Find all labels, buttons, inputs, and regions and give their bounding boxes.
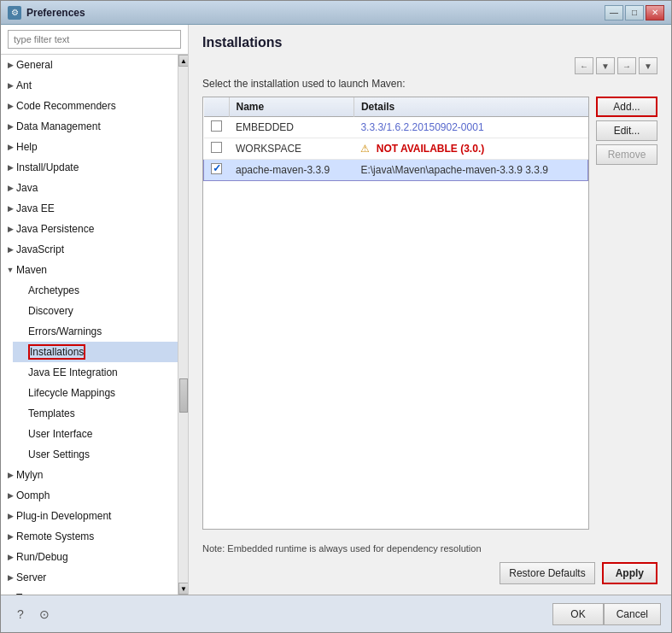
tree-item-java[interactable]: Java <box>1 178 178 198</box>
expand-arrow-server <box>4 571 16 583</box>
tree-item-data-management[interactable]: Data Management <box>1 116 178 137</box>
preferences-window: ⚙ Preferences — □ ✕ General <box>0 0 672 633</box>
table-row-apache-maven[interactable]: apache-maven-3.3.9 E:\java\Maven\apache-… <box>204 160 588 181</box>
expand-arrow-java-ee <box>4 202 16 214</box>
tree-item-archetypes[interactable]: Archetypes <box>13 280 178 301</box>
name-cell-apache-maven: apache-maven-3.3.9 <box>229 160 354 181</box>
expand-arrow-remote-systems <box>4 530 16 542</box>
navigation-toolbar: ← ▼ → ▼ <box>202 57 657 74</box>
nav-forward-button[interactable]: → <box>617 57 636 74</box>
details-cell-apache-maven: E:\java\Maven\apache-maven-3.3.9 3.3.9 <box>354 160 587 181</box>
expand-arrow-help <box>4 141 16 153</box>
cancel-button[interactable]: Cancel <box>604 603 661 625</box>
tree-item-java-ee-integration[interactable]: Java EE Integration <box>13 362 178 383</box>
expand-arrow-javascript <box>4 243 16 255</box>
table-area: Name Details EMBEDDED <box>202 97 657 536</box>
left-panel: General Ant Code Recom <box>1 25 189 595</box>
expand-arrow-oomph <box>4 489 16 501</box>
remove-button[interactable]: Remove <box>596 144 657 165</box>
tree-item-discovery[interactable]: Discovery <box>13 301 178 321</box>
warning-icon-workspace: ⚠ <box>360 143 370 155</box>
scrollbar-thumb[interactable] <box>179 378 188 413</box>
checkbox-cell-embedded[interactable] <box>204 117 230 138</box>
expand-arrow-code-recommenders <box>4 100 16 112</box>
tree-item-user-interface[interactable]: User Interface <box>13 424 178 444</box>
tree-item-lifecycle-mappings[interactable]: Lifecycle Mappings <box>13 383 178 403</box>
tree-label-general: General <box>16 59 53 71</box>
note-text: Note: Embedded runtime is always used fo… <box>202 543 657 554</box>
details-cell-embedded: 3.3.3/1.6.2.20150902-0001 <box>354 117 587 138</box>
tree-item-installations[interactable]: Installations <box>13 342 178 362</box>
expand-arrow-ant <box>4 79 16 91</box>
tree-label-oomph: Oomph <box>16 489 50 501</box>
col-name: Name <box>229 97 354 117</box>
tree-item-user-settings[interactable]: User Settings <box>13 444 178 465</box>
minimize-button[interactable]: — <box>605 5 623 21</box>
tree-label-mylyn: Mylyn <box>16 469 43 481</box>
ok-button[interactable]: OK <box>552 603 603 625</box>
tree-label-javascript: JavaScript <box>16 243 64 255</box>
scroll-down-arrow[interactable]: ▼ <box>178 583 188 595</box>
filter-input[interactable] <box>8 30 181 49</box>
tree-label-java: Java <box>16 182 38 194</box>
tree-item-team[interactable]: Team <box>1 588 178 595</box>
nav-dropdown-button[interactable]: ▼ <box>596 57 615 74</box>
checkbox-cell-apache-maven[interactable] <box>204 160 230 181</box>
expand-arrow-java <box>4 182 16 194</box>
maximize-button[interactable]: □ <box>625 5 644 21</box>
checkbox-workspace[interactable] <box>211 142 222 153</box>
main-content: General Ant Code Recom <box>1 25 671 595</box>
checkbox-apache-maven[interactable] <box>211 163 222 174</box>
title-bar-buttons: — □ ✕ <box>605 5 664 21</box>
table-row-workspace[interactable]: WORKSPACE ⚠ NOT AVAILABLE (3.0.) <box>204 138 588 160</box>
help-icon-button[interactable]: ? <box>11 605 30 624</box>
tree-item-java-ee[interactable]: Java EE <box>1 198 178 219</box>
col-details: Details <box>354 97 587 117</box>
tree-label-user-settings: User Settings <box>28 448 90 460</box>
tree-label-remote-systems: Remote Systems <box>16 530 94 542</box>
expand-arrow-maven <box>4 264 16 276</box>
tree-scrollbar[interactable]: ▲ ▼ <box>178 55 188 595</box>
left-panel-inner: General Ant Code Recom <box>1 55 188 595</box>
tree-item-maven[interactable]: Maven <box>1 260 178 280</box>
restore-defaults-button[interactable]: Restore Defaults <box>500 562 594 584</box>
nav-forward-dropdown-button[interactable]: ▼ <box>639 57 657 74</box>
tree-label-lifecycle-mappings: Lifecycle Mappings <box>28 387 115 399</box>
table-row-embedded[interactable]: EMBEDDED 3.3.3/1.6.2.20150902-0001 <box>204 117 588 138</box>
checkbox-cell-workspace[interactable] <box>204 138 230 160</box>
name-cell-workspace: WORKSPACE <box>229 138 354 160</box>
name-workspace: WORKSPACE <box>236 143 301 155</box>
tree-item-remote-systems[interactable]: Remote Systems <box>1 526 178 547</box>
tree-item-javascript[interactable]: JavaScript <box>1 239 178 260</box>
nav-back-button[interactable]: ← <box>575 57 593 74</box>
window-icon: ⚙ <box>8 6 21 20</box>
tree-item-help[interactable]: Help <box>1 137 178 157</box>
tree-item-general[interactable]: General <box>1 55 178 75</box>
tree-item-run-debug[interactable]: Run/Debug <box>1 547 178 567</box>
add-button[interactable]: Add... <box>596 97 657 117</box>
tree-label-run-debug: Run/Debug <box>16 551 68 563</box>
maven-children: Archetypes Discovery E <box>13 280 178 465</box>
tree-item-ant[interactable]: Ant <box>1 75 178 96</box>
settings-icon-button[interactable]: ⊙ <box>35 605 54 624</box>
tree-item-install-update[interactable]: Install/Update <box>1 157 178 178</box>
tree-label-java-ee: Java EE <box>16 202 55 214</box>
tree-item-java-persistence[interactable]: Java Persistence <box>1 219 178 239</box>
tree-item-oomph[interactable]: Oomph <box>1 485 178 506</box>
tree-item-mylyn[interactable]: Mylyn <box>1 465 178 485</box>
expand-arrow-data-management <box>4 120 16 132</box>
tree-item-code-recommenders[interactable]: Code Recommenders <box>1 96 178 116</box>
details-cell-workspace: ⚠ NOT AVAILABLE (3.0.) <box>354 138 587 160</box>
tree-label-discovery: Discovery <box>28 305 73 317</box>
scroll-up-arrow[interactable]: ▲ <box>178 55 188 67</box>
tree-item-errors-warnings[interactable]: Errors/Warnings <box>13 321 178 342</box>
tree-item-server[interactable]: Server <box>1 567 178 588</box>
edit-button[interactable]: Edit... <box>596 120 657 141</box>
tree-item-plugin-development[interactable]: Plug-in Development <box>1 506 178 526</box>
checkbox-embedded[interactable] <box>211 120 222 132</box>
tree-label-errors-warnings: Errors/Warnings <box>28 325 102 337</box>
close-button[interactable]: ✕ <box>646 5 664 21</box>
apply-button[interactable]: Apply <box>602 562 657 584</box>
tree-item-templates[interactable]: Templates <box>13 403 178 424</box>
bottom-icons: ? ⊙ <box>11 605 552 624</box>
